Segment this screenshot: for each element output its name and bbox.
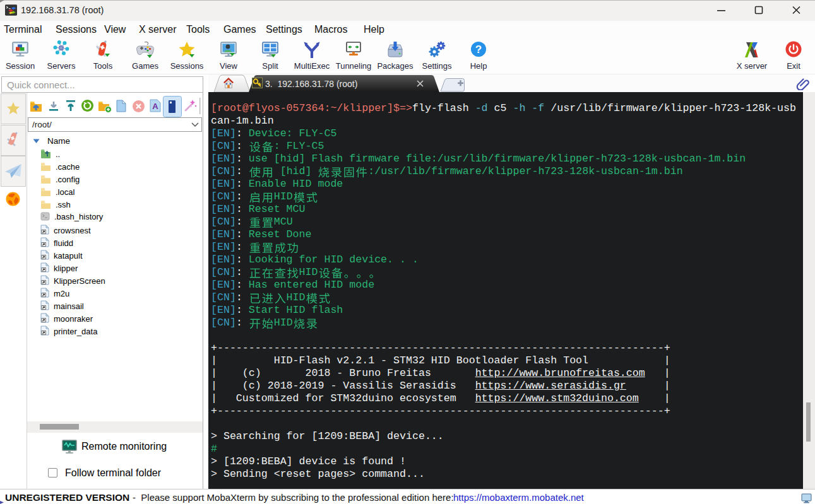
svg-text:A: A [152, 102, 158, 111]
svg-text:?: ? [475, 44, 482, 56]
